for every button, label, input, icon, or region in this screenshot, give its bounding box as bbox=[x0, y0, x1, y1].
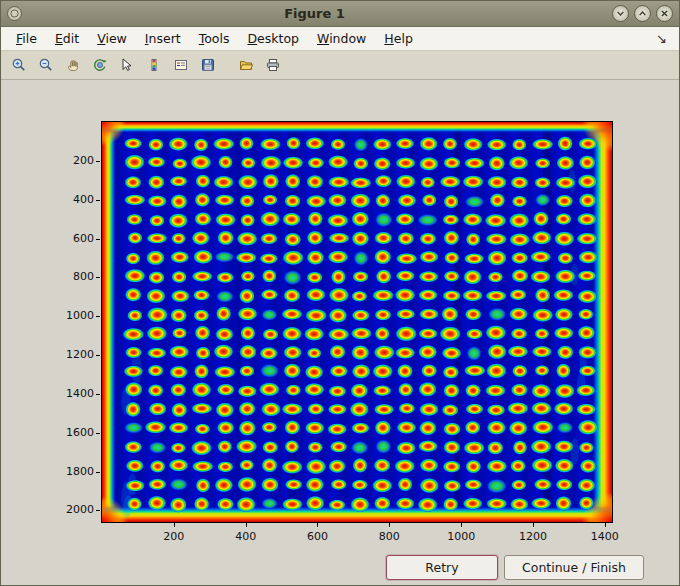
x-tick-mark bbox=[389, 523, 390, 527]
save-figure-button[interactable] bbox=[195, 53, 220, 77]
zoom-out-button[interactable] bbox=[33, 53, 58, 77]
menu-desktop-rest: esktop bbox=[257, 31, 299, 46]
rotate-3d-icon bbox=[92, 57, 108, 73]
y-tick-label: 2000 bbox=[50, 503, 94, 516]
y-tick-mark bbox=[96, 355, 100, 356]
menu-desktop[interactable]: Desktop bbox=[238, 28, 308, 49]
dock-figure-icon[interactable]: ↘ bbox=[650, 31, 673, 46]
menu-desktop-accesskey: D bbox=[247, 31, 257, 46]
print-figure-button[interactable] bbox=[260, 53, 285, 77]
save-icon bbox=[200, 57, 216, 73]
retry-button[interactable]: Retry bbox=[386, 555, 498, 580]
menu-edit-accesskey: E bbox=[55, 31, 63, 46]
x-tick-label: 800 bbox=[369, 530, 409, 543]
menu-window[interactable]: Window bbox=[308, 28, 375, 49]
zoom-in-icon bbox=[11, 57, 27, 73]
zoom-out-icon bbox=[38, 57, 54, 73]
y-tick-mark bbox=[96, 277, 100, 278]
menu-insert-rest: nsert bbox=[149, 31, 181, 46]
menu-tools[interactable]: Tools bbox=[190, 28, 239, 49]
y-tick-mark bbox=[96, 510, 100, 511]
menu-file-rest: ile bbox=[22, 31, 37, 46]
menu-help-rest: elp bbox=[394, 31, 413, 46]
x-tick-mark bbox=[461, 523, 462, 527]
x-tick-label: 1200 bbox=[513, 530, 553, 543]
y-tick-label: 1600 bbox=[50, 426, 94, 439]
minimize-button[interactable] bbox=[612, 5, 629, 22]
y-tick-label: 600 bbox=[50, 232, 94, 245]
y-tick-label: 1200 bbox=[50, 348, 94, 361]
close-icon bbox=[658, 7, 671, 20]
open-file-button[interactable] bbox=[233, 53, 258, 77]
rotate-3d-button[interactable] bbox=[87, 53, 112, 77]
x-tick-mark bbox=[533, 523, 534, 527]
y-tick-mark bbox=[96, 200, 100, 201]
chevron-up-icon bbox=[636, 7, 649, 20]
hand-pan-icon bbox=[65, 57, 81, 73]
data-cursor-icon bbox=[119, 57, 135, 73]
y-tick-label: 1800 bbox=[50, 465, 94, 478]
x-tick-label: 1400 bbox=[585, 530, 625, 543]
insert-legend-button[interactable] bbox=[168, 53, 193, 77]
legend-icon bbox=[173, 57, 189, 73]
menubar: File Edit View Insert Tools Desktop Wind… bbox=[1, 27, 679, 51]
menu-help[interactable]: Help bbox=[375, 28, 422, 49]
x-tick-mark bbox=[246, 523, 247, 527]
pan-button[interactable] bbox=[60, 53, 85, 77]
menu-edit-rest: dit bbox=[63, 31, 79, 46]
open-folder-icon bbox=[238, 57, 254, 73]
menu-help-accesskey: H bbox=[384, 31, 393, 46]
printer-icon bbox=[265, 57, 281, 73]
y-tick-mark bbox=[96, 472, 100, 473]
menu-file[interactable]: File bbox=[7, 28, 46, 49]
window-menu-icon bbox=[9, 8, 20, 19]
toolbar-separator bbox=[222, 54, 231, 76]
menu-view-rest: iew bbox=[105, 31, 126, 46]
close-button[interactable] bbox=[656, 5, 673, 22]
chevron-down-icon bbox=[614, 7, 627, 20]
zoom-in-button[interactable] bbox=[6, 53, 31, 77]
x-tick-mark bbox=[174, 523, 175, 527]
window-title: Figure 1 bbox=[22, 6, 607, 21]
menu-edit[interactable]: Edit bbox=[46, 28, 88, 49]
y-tick-mark bbox=[96, 394, 100, 395]
y-tick-mark bbox=[96, 316, 100, 317]
y-tick-label: 400 bbox=[50, 193, 94, 206]
x-tick-mark bbox=[605, 523, 606, 527]
menu-window-rest: indow bbox=[329, 31, 366, 46]
x-tick-label: 1000 bbox=[441, 530, 481, 543]
menu-tools-rest: ools bbox=[204, 31, 229, 46]
plot-image[interactable] bbox=[101, 121, 613, 523]
colorbar-icon bbox=[146, 57, 162, 73]
titlebar: Figure 1 bbox=[1, 1, 679, 27]
x-tick-label: 400 bbox=[226, 530, 266, 543]
menu-insert[interactable]: Insert bbox=[136, 28, 190, 49]
data-cursor-button[interactable] bbox=[114, 53, 139, 77]
window-menu-button[interactable] bbox=[7, 6, 22, 21]
x-tick-label: 200 bbox=[154, 530, 194, 543]
x-tick-label: 600 bbox=[297, 530, 337, 543]
continue-finish-button[interactable]: Continue / Finish bbox=[504, 555, 644, 580]
y-tick-label: 800 bbox=[50, 270, 94, 283]
y-tick-mark bbox=[96, 161, 100, 162]
insert-colorbar-button[interactable] bbox=[141, 53, 166, 77]
y-tick-mark bbox=[96, 239, 100, 240]
figure-area: Retry Continue / Finish 2004006008001000… bbox=[1, 80, 679, 585]
y-tick-label: 200 bbox=[50, 154, 94, 167]
y-tick-label: 1400 bbox=[50, 387, 94, 400]
menu-view[interactable]: View bbox=[88, 28, 136, 49]
y-tick-mark bbox=[96, 433, 100, 434]
figure-window: Figure 1 File Edit View Insert Tools Des… bbox=[0, 0, 680, 586]
figure-toolbar bbox=[1, 51, 679, 80]
y-tick-label: 1000 bbox=[50, 309, 94, 322]
x-tick-mark bbox=[317, 523, 318, 527]
menu-window-accesskey: W bbox=[317, 31, 329, 46]
maximize-button[interactable] bbox=[634, 5, 651, 22]
